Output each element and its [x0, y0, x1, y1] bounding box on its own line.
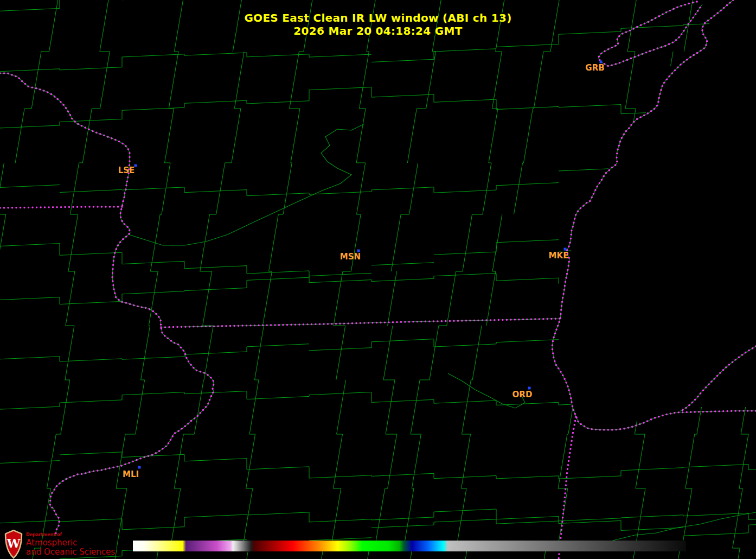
- lake-michigan-west-shore: [552, 0, 756, 430]
- county-line: [0, 273, 371, 304]
- county-line: [0, 344, 309, 361]
- county-line: [677, 407, 702, 559]
- map-canvas: [0, 0, 756, 559]
- mississippi-river: [0, 73, 214, 536]
- logo-dept-line: Department of: [26, 533, 115, 537]
- station-label-mke: MKE: [549, 251, 569, 261]
- ir-enhancement-colorbar: [133, 541, 686, 551]
- county-line: [632, 421, 645, 559]
- uw-crest-icon: W: [4, 530, 23, 559]
- county-line: [0, 163, 6, 380]
- county-line: [367, 326, 397, 559]
- county-line: [388, 271, 397, 326]
- county-line: [0, 0, 756, 11]
- aoss-logo-text: Department of Atmospheric and Oceanic Sc…: [26, 530, 115, 556]
- county-line: [543, 407, 573, 559]
- county-line: [371, 49, 496, 62]
- county-line: [60, 452, 756, 479]
- county-line: [0, 244, 559, 284]
- mn-ia-border: [0, 207, 122, 208]
- mississippi-river-shoreline: [0, 73, 214, 536]
- il-in-border: [559, 417, 576, 559]
- county-line: [60, 183, 559, 196]
- county-line: [391, 163, 418, 271]
- county-line: [0, 391, 571, 410]
- station-label-ord: ORD: [512, 390, 533, 399]
- county-line: [434, 240, 559, 255]
- lake-michigan-east-shore: [680, 346, 756, 411]
- county-line: [403, 0, 505, 548]
- aoss-logo: W Department of Atmospheric and Oceanic …: [4, 530, 115, 559]
- county-line: [156, 52, 244, 559]
- lake-michigan-east-shore-shoreline: [680, 346, 756, 411]
- logo-name-line1: Atmospheric: [26, 539, 115, 547]
- county-line: [0, 461, 60, 463]
- county-line: [671, 52, 674, 66]
- county-line: [683, 524, 756, 536]
- county-line: [0, 87, 646, 129]
- county-line: [486, 214, 502, 326]
- county-line: [456, 326, 482, 559]
- crest-letter: W: [7, 536, 21, 550]
- county-line: [559, 169, 608, 171]
- county-line: [371, 513, 756, 528]
- station-label-mli: MLI: [123, 469, 139, 479]
- station-label-grb: GRB: [585, 63, 604, 73]
- station-label-lse: LSE: [118, 166, 135, 175]
- county-line: [309, 339, 559, 351]
- county-line: [321, 380, 346, 559]
- county-line: [733, 407, 749, 559]
- satellite-image-viewer: GOES East Clean IR LW window (ABI ch 13)…: [0, 0, 756, 559]
- station-dot-mke: [564, 248, 567, 251]
- county-line: [0, 185, 60, 188]
- image-title: GOES East Clean IR LW window (ABI ch 13): [0, 11, 756, 24]
- wisconsin-river: [129, 124, 364, 245]
- county-line: [31, 0, 110, 559]
- image-timestamp: 2026 Mar 20 04:18:24 GMT: [0, 24, 756, 37]
- station-dot-ord: [528, 387, 531, 390]
- county-line: [242, 0, 313, 559]
- county-line: [0, 53, 371, 72]
- station-label-msn: MSN: [340, 252, 361, 262]
- station-dot-mli: [138, 466, 141, 469]
- logo-name-line2: and Oceanic Sciences: [26, 548, 115, 556]
- lake-michigan-west-shore-shoreline: [552, 0, 756, 430]
- county-line: [371, 263, 434, 265]
